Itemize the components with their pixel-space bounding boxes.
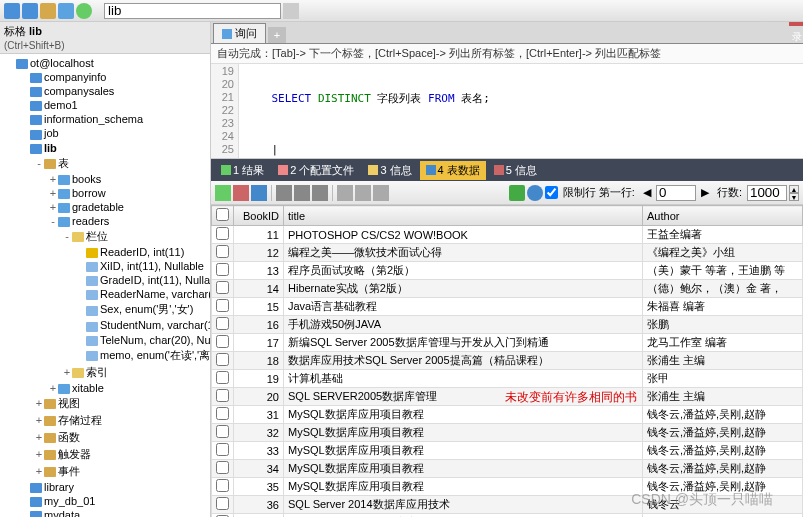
filter-icon[interactable] [509,185,525,201]
row-checkbox[interactable] [216,281,229,294]
tab-messages[interactable]: 5 信息 [488,161,543,180]
tree-item[interactable]: +存储过程 [2,412,208,429]
refresh-data-icon[interactable] [527,185,543,201]
table-row[interactable]: 32MySQL数据库应用项目教程钱冬云,潘益婷,吴刚,赵静 [212,424,803,442]
add-row-icon[interactable] [215,185,231,201]
import-icon[interactable] [355,185,371,201]
tree-item[interactable]: +borrow [2,186,208,200]
toolbar-icon[interactable] [58,3,74,19]
tree-item[interactable]: memo, enum('在读','离校'), Nullabl [2,347,208,364]
tree-item[interactable]: XiID, int(11), Nullable [2,259,208,273]
first-row-input[interactable] [656,185,696,201]
tree-item[interactable]: +books [2,172,208,186]
tree-item[interactable]: Sex, enum('男','女') [2,301,208,318]
save-icon[interactable] [251,185,267,201]
row-checkbox[interactable] [216,497,229,510]
tree-item[interactable]: -表 [2,155,208,172]
new-tab-button[interactable]: + [268,27,286,43]
row-spinner[interactable]: ▲▼ [789,185,799,201]
table-row[interactable]: 11PHOTOSHOP CS/CS2 WOW!BOOK王益全编著 [212,226,803,244]
data-grid[interactable]: BookID title Author 11PHOTOSHOP CS/CS2 W… [211,205,803,517]
tab-info[interactable]: 3 信息 [362,161,417,180]
row-checkbox[interactable] [216,407,229,420]
table-row[interactable]: 18数据库应用技术SQL Server 2005提高篇（精品课程）张浦生 主编 [212,352,803,370]
row-checkbox[interactable] [216,335,229,348]
table-row[interactable]: 34MySQL数据库应用项目教程钱冬云,潘益婷,吴刚,赵静 [212,460,803,478]
table-row[interactable]: 14Hibernate实战（第2版）（德）鲍尔，（澳）金 著， [212,280,803,298]
tree-item[interactable]: +gradetable [2,200,208,214]
row-count-input[interactable] [747,185,787,201]
tree-item[interactable]: information_schema [2,112,208,126]
tree-item[interactable]: ReaderName, varchar(50), Nullable [2,287,208,301]
sql-editor[interactable]: 19202122232425 SELECT DISTINCT 字段列表 FROM… [211,64,803,159]
row-checkbox[interactable] [216,317,229,330]
table-row[interactable]: 36SQL Server 2014数据库应用技术钱冬云 [212,496,803,514]
copy-icon[interactable] [373,185,389,201]
refresh-icon[interactable] [76,3,92,19]
tab-table-data[interactable]: 4 表数据 [420,161,486,180]
row-checkbox[interactable] [216,263,229,276]
tree-item[interactable]: ot@localhost [2,56,208,70]
row-checkbox[interactable] [216,299,229,312]
table-row[interactable]: 31MySQL数据库应用项目教程钱冬云,潘益婷,吴刚,赵静 [212,406,803,424]
tree-item[interactable]: +函数 [2,429,208,446]
text-icon[interactable] [312,185,328,201]
toolbar-icon[interactable] [22,3,38,19]
row-checkbox[interactable] [216,479,229,492]
tree-item[interactable]: +索引 [2,364,208,381]
tree-item[interactable]: -readers [2,214,208,228]
tree-item[interactable]: library [2,480,208,494]
tree-item[interactable]: GradeID, int(11), Nullable [2,273,208,287]
tree-item[interactable]: my_db_01 [2,494,208,508]
tree-item[interactable]: +事件 [2,463,208,480]
tree-item[interactable]: -栏位 [2,228,208,245]
select-all-header[interactable] [212,206,234,226]
export-icon[interactable] [337,185,353,201]
query-tab[interactable]: 询问 [213,23,266,43]
form-icon[interactable] [294,185,310,201]
tree-item[interactable]: ReaderID, int(11) [2,245,208,259]
table-row[interactable]: 16手机游戏50例JAVA张鹏 [212,316,803,334]
tree-item[interactable]: mydata [2,508,208,517]
tree-view[interactable]: ot@localhostcompanyinfocompanysalesdemo1… [0,54,210,517]
tree-item[interactable]: companysales [2,84,208,98]
table-row[interactable]: 35MySQL数据库应用项目教程钱冬云,潘益婷,吴刚,赵静 [212,478,803,496]
row-checkbox[interactable] [216,443,229,456]
code-area[interactable]: SELECT DISTINCT 字段列表 FROM 表名; | [239,64,803,158]
col-bookid[interactable]: BookID [234,206,284,226]
tree-item[interactable]: lib [2,141,208,155]
col-title[interactable]: title [284,206,643,226]
table-row[interactable]: 17新编SQL Server 2005数据库管理与开发从入门到精通龙马工作室 编… [212,334,803,352]
col-author[interactable]: Author [643,206,803,226]
tree-item[interactable]: job [2,126,208,140]
tree-item[interactable]: companyinfo [2,70,208,84]
toolbar-icon[interactable] [40,3,56,19]
tree-item[interactable]: TeleNum, char(20), Nullable [2,333,208,347]
path-input[interactable] [104,3,281,19]
row-checkbox[interactable] [216,245,229,258]
table-row[interactable]: 33MySQL数据库应用项目教程钱冬云,潘益婷,吴刚,赵静 [212,442,803,460]
row-checkbox[interactable] [216,425,229,438]
tab-profiles[interactable]: 2 个配置文件 [272,161,360,180]
row-checkbox[interactable] [216,461,229,474]
tree-item[interactable]: +视图 [2,395,208,412]
row-checkbox[interactable] [216,227,229,240]
row-checkbox[interactable] [216,353,229,366]
tab-result[interactable]: 1 结果 [215,161,270,180]
table-row[interactable]: 20SQL SERVER2005数据库管理张浦生 主编 [212,388,803,406]
prev-page-icon[interactable]: ◀ [640,186,654,199]
table-row[interactable]: 37SQL Server 2014数据库应用技术钱冬云 [212,514,803,518]
row-checkbox[interactable] [216,371,229,384]
table-row[interactable]: 12编程之美——微软技术面试心得《编程之美》小组 [212,244,803,262]
toolbar-icon[interactable] [4,3,20,19]
delete-row-icon[interactable] [233,185,249,201]
limit-rows-checkbox[interactable] [545,186,558,199]
row-checkbox[interactable] [216,389,229,402]
table-row[interactable]: 13程序员面试攻略（第2版）（美）蒙干 等著，王迪鹏 等 [212,262,803,280]
dropdown-icon[interactable] [283,3,299,19]
table-row[interactable]: 19计算机基础张甲 [212,370,803,388]
table-row[interactable]: 15Java语言基础教程朱福喜 编著 [212,298,803,316]
tree-item[interactable]: +xitable [2,381,208,395]
next-page-icon[interactable]: ▶ [698,186,712,199]
tree-item[interactable]: +触发器 [2,446,208,463]
